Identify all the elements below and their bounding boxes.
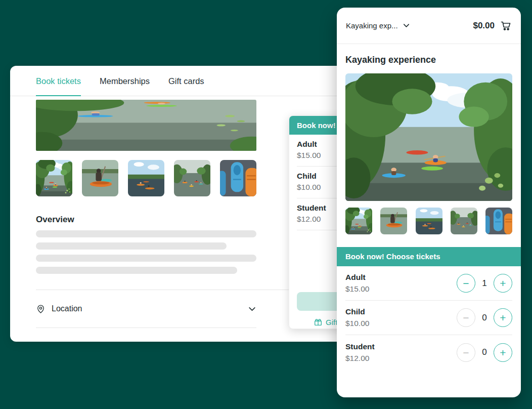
cart-button[interactable]: $0.00 (473, 20, 512, 32)
experience-title: Kayaking experience (345, 54, 512, 66)
tab-memberships[interactable]: Memberships (100, 66, 150, 96)
ticket-price: $12.00 (345, 353, 375, 363)
gift-link-label: Gift (326, 318, 337, 326)
widget-photo-thumbnail-2[interactable] (380, 208, 407, 234)
main-photo (36, 100, 256, 151)
widget-photo-thumbnail-5[interactable] (485, 208, 512, 234)
quantity-value: 1 (481, 278, 487, 289)
tab-book-tickets[interactable]: Book tickets (36, 66, 81, 96)
tab-gift-cards[interactable]: Gift cards (168, 66, 204, 96)
overview-skeleton-line (36, 267, 237, 274)
page-background: Book tickets Memberships Gift cards Over… (0, 0, 532, 409)
tab-bar: Book tickets Memberships Gift cards (10, 66, 359, 96)
minus-circle-icon[interactable]: − (457, 274, 475, 293)
chevron-down-icon (248, 305, 256, 313)
location-label: Location (52, 304, 82, 313)
ticket-row-child: Child $10.00 − 0 + (345, 301, 512, 335)
river-photo (36, 100, 256, 151)
ticket-name: Adult (345, 272, 369, 282)
river-thumb-photo (345, 208, 372, 234)
widget-main-photo (345, 73, 512, 201)
river-photo (345, 73, 512, 201)
lake-thumb-photo (128, 160, 164, 196)
lake-thumb-photo (416, 208, 442, 234)
map-pin-icon (36, 304, 46, 314)
ticket-name: Child (345, 307, 369, 317)
overview-heading: Overview (36, 214, 256, 225)
kayaks-thumb-photo (220, 160, 256, 196)
minus-circle-icon[interactable]: − (457, 343, 475, 362)
ticket-price: $15.00 (345, 283, 369, 294)
photo-thumbnail-5[interactable] (220, 160, 256, 196)
widget-top-bar: Kayaking exp... $0.00 (337, 8, 521, 44)
quantity-value: 0 (481, 347, 487, 357)
photo-thumbnails (36, 160, 256, 196)
checkout-widget: Kayaking exp... $0.00 Kayaking experienc… (337, 8, 521, 397)
overview-skeleton-line (36, 230, 256, 237)
location-accordion[interactable]: Location (36, 290, 256, 328)
gift-icon (314, 317, 323, 326)
cart-total: $0.00 (473, 21, 495, 31)
widget-photo-thumbnail-4[interactable] (451, 208, 477, 234)
ticket-name: Student (345, 342, 375, 352)
widget-photo-thumbnail-1[interactable] (345, 208, 372, 234)
experience-selector-label: Kayaking exp... (346, 21, 398, 30)
ticket-row-student: Student $12.00 − 0 + (345, 335, 512, 370)
widget-photo-thumbnail-3[interactable] (416, 208, 442, 234)
quantity-stepper: − 0 + (457, 308, 512, 327)
ticket-price: $10.00 (345, 318, 369, 329)
choose-tickets-band: Book now! Choose tickets (337, 247, 521, 266)
photo-thumbnail-1[interactable] (36, 160, 72, 196)
shopping-cart-icon (500, 20, 512, 32)
widget-photo-thumbnails (345, 208, 512, 234)
quantity-value: 0 (481, 313, 487, 323)
plus-circle-icon[interactable]: + (494, 343, 512, 362)
minus-circle-icon[interactable]: − (457, 308, 475, 327)
kayaker-thumb-photo (82, 160, 118, 196)
kayaks-thumb-photo (485, 208, 512, 234)
experience-selector[interactable]: Kayaking exp... (346, 21, 410, 30)
photo-thumbnail-3[interactable] (128, 160, 164, 196)
overview-skeleton-line (36, 255, 256, 262)
ticket-row-adult: Adult $15.00 − 1 + (345, 266, 512, 301)
plus-circle-icon[interactable]: + (494, 274, 512, 293)
river-thumb-photo (36, 160, 72, 196)
chevron-down-icon (403, 22, 410, 29)
photo-thumbnail-4[interactable] (174, 160, 210, 196)
group-thumb-photo (451, 208, 477, 234)
quantity-stepper: − 0 + (457, 343, 512, 362)
kayaker-thumb-photo (380, 208, 407, 234)
overview-skeleton-line (36, 242, 227, 250)
plus-circle-icon[interactable]: + (494, 308, 512, 327)
quantity-stepper: − 1 + (457, 274, 512, 293)
photo-thumbnail-2[interactable] (82, 160, 118, 196)
group-thumb-photo (174, 160, 210, 196)
